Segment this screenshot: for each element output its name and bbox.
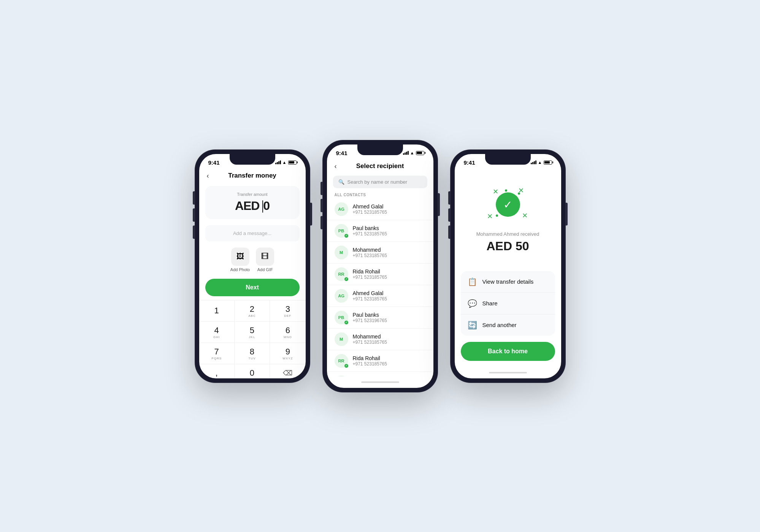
back-button[interactable]: ‹ [207, 172, 209, 180]
back-home-button[interactable]: Back to home [461, 342, 555, 361]
contact-item[interactable]: RR ✓ Rida Rohail +971 523185765 [327, 264, 433, 285]
contact-avatar: M [335, 246, 348, 259]
status-time: 9:41 [464, 159, 475, 166]
contact-name: Ahmed Galal [353, 203, 426, 210]
key-0[interactable]: 0 [235, 364, 270, 378]
status-time: 9:41 [336, 150, 347, 156]
add-photo-icon: 🖼 [231, 248, 249, 266]
key-1[interactable]: 1 [199, 300, 235, 322]
action-item-1[interactable]: 💬 Share [461, 293, 555, 314]
action-label: Share [482, 300, 498, 306]
battery-icon [544, 160, 552, 165]
add-photo-button[interactable]: 🖼 Add Photo [230, 248, 250, 272]
deco-x-4: ✕ [522, 211, 528, 220]
contact-item[interactable]: AG Ahmed Galal +971 523185765 [327, 285, 433, 307]
phone-select-recipient: 9:41 ▲ ‹ Select recipient [322, 140, 438, 392]
contact-phone: +971 523185765 [353, 296, 426, 302]
key-2[interactable]: 2ABC [235, 300, 270, 322]
contact-item[interactable]: AG Ahmed Galal +971 523185765 [327, 372, 433, 376]
contact-name: Paul banks [353, 225, 426, 231]
search-icon: 🔍 [338, 179, 344, 185]
contact-avatar: RR ✓ [335, 267, 348, 281]
contact-item[interactable]: M Mohammed +971 523185765 [327, 329, 433, 350]
back-button[interactable]: ‹ [335, 162, 337, 170]
contact-name: Rida Rohail [353, 355, 426, 361]
contact-phone: +971 523185765 [353, 231, 426, 237]
deco-dot-2 [518, 192, 520, 195]
status-icons: ▲ [275, 160, 297, 165]
success-subtitle: Mohammed Ahmed received [476, 231, 539, 237]
key-4[interactable]: 4GHI [199, 322, 235, 343]
check-icon: ✓ [503, 199, 512, 211]
add-gif-button[interactable]: 🎞 Add GIF [256, 248, 274, 272]
contact-info: Mohammed +971 523185765 [353, 333, 426, 345]
key-9[interactable]: 9WXYZ [270, 343, 305, 364]
transfer-label: Transfer amount [211, 192, 294, 197]
contact-info: Mohammed +971 523185765 [353, 247, 426, 258]
contact-info: Rida Rohail +971 523185765 [353, 268, 426, 280]
phone-transfer-money: 9:41 ▲ ‹ Transfer money [195, 149, 310, 383]
key-3[interactable]: 3DEF [270, 300, 305, 322]
signal-bars-icon [403, 151, 409, 155]
contact-avatar: PB ✓ [335, 224, 348, 238]
page-title: Transfer money [228, 172, 276, 179]
attachment-row: 🖼 Add Photo 🎞 Add GIF [199, 245, 306, 275]
key-7[interactable]: 7PQRS [199, 343, 235, 364]
contact-phone: +971 523185765 [353, 275, 426, 280]
action-list: 📋 View transfer details 💬 Share 🔄 Send a… [461, 271, 555, 336]
key-6[interactable]: 6MNO [270, 322, 305, 343]
action-icon: 📋 [468, 277, 477, 286]
contact-name: Mohammed [353, 333, 426, 340]
deco-x-1: ✕ [493, 187, 498, 196]
status-time: 9:41 [208, 159, 220, 166]
contact-item[interactable]: PB ✓ Paul banks +971 523185765 [327, 220, 433, 242]
deco-dot-3 [496, 214, 498, 217]
contact-info: Paul banks +971 523185765 [353, 225, 426, 237]
phones-container: 9:41 ▲ ‹ Transfer money [195, 140, 566, 392]
phone-success: 9:41 ▲ ✕ [450, 149, 566, 383]
contacts-section-label: ALL CONTACTS [327, 190, 433, 199]
contact-item[interactable]: RR ✓ Rida Rohail +971 523185765 [327, 350, 433, 372]
contact-name: Ahmed Galal [353, 290, 426, 296]
contact-item[interactable]: PB ✓ Paul banks +971 523196765 [327, 307, 433, 329]
contact-avatar: M [335, 332, 348, 346]
verified-badge: ✓ [344, 277, 349, 281]
search-bar[interactable]: 🔍 Search by name or number [333, 176, 427, 188]
deco-x-3: ✕ [487, 212, 493, 221]
key-5[interactable]: 5JKL [235, 322, 270, 343]
search-input[interactable]: Search by name or number [347, 179, 408, 185]
success-circle: ✓ [496, 192, 520, 217]
signal-bars-icon [275, 160, 281, 164]
header: ‹ Transfer money [199, 168, 306, 183]
contact-name: Mohammed [353, 247, 426, 253]
next-button[interactable]: Next [205, 279, 300, 296]
battery-icon [416, 151, 424, 155]
key-8[interactable]: 8TUV [235, 343, 270, 364]
add-gif-label: Add GIF [257, 267, 273, 272]
contact-list: AG Ahmed Galal +971 523185765 PB ✓ Paul … [327, 199, 433, 376]
action-item-0[interactable]: 📋 View transfer details [461, 271, 555, 293]
contact-item[interactable]: M Mohammed +971 523185765 [327, 242, 433, 264]
message-input[interactable]: Add a message... [205, 225, 300, 241]
add-photo-label: Add Photo [230, 267, 250, 272]
status-icons: ▲ [531, 160, 552, 165]
action-label: View transfer details [482, 278, 534, 285]
contact-avatar: AG [335, 202, 348, 216]
contact-item[interactable]: AG Ahmed Galal +971 523185765 [327, 199, 433, 220]
contact-info: Ahmed Galal +971 523185765 [353, 203, 426, 215]
action-item-2[interactable]: 🔄 Send another [461, 314, 555, 336]
key-delete[interactable]: ⌫ [270, 364, 305, 378]
contact-phone: +971 523185765 [353, 253, 426, 258]
deco-dot-1 [505, 189, 507, 192]
success-animation: ✕ ✕ ✕ ✕ ✓ [485, 186, 531, 224]
key-comma[interactable]: , [199, 364, 235, 378]
wifi-icon: ▲ [410, 151, 414, 155]
action-icon: 🔄 [468, 321, 477, 330]
transfer-amount-display[interactable]: AED 0 [211, 199, 294, 213]
status-icons: ▲ [403, 151, 424, 155]
contact-info: Ahmed Galal +971 523185765 [353, 290, 426, 302]
notch [230, 154, 275, 165]
action-label: Send another [482, 322, 517, 328]
contact-phone: +971 523185765 [353, 340, 426, 345]
page-title: Select recipient [356, 162, 404, 170]
